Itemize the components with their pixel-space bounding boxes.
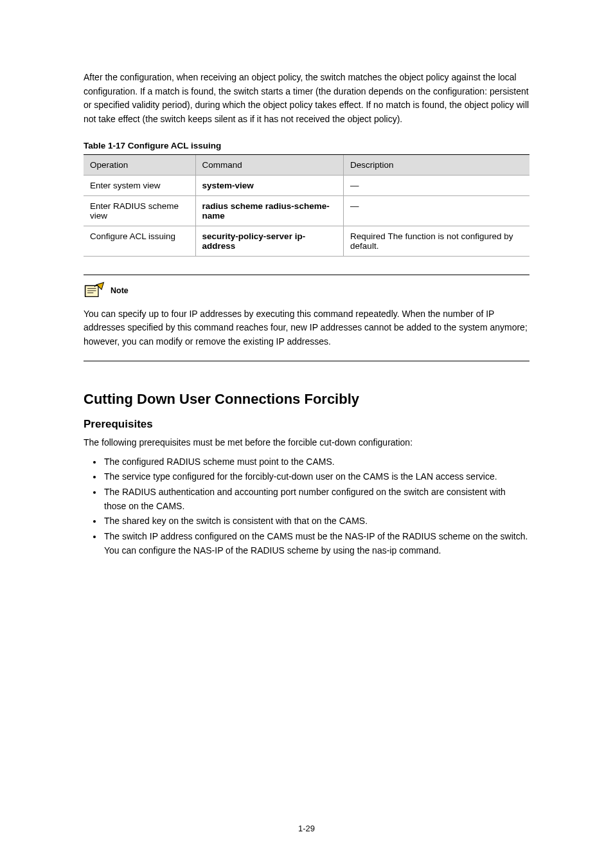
list-item: The shared key on the switch is consiste… — [103, 514, 529, 529]
prereq-list: The configured RADIUS scheme must point … — [103, 455, 529, 558]
intro-paragraph: After the configuration, when receiving … — [84, 71, 529, 127]
table-row: Configure ACL issuing security-policy-se… — [84, 226, 529, 256]
table-header-operation: Operation — [84, 154, 195, 175]
page-number: 1-29 — [0, 824, 613, 833]
command-table: Operation Command Description Enter syst… — [84, 154, 529, 257]
table-row: Enter system view system-view — — [84, 175, 529, 195]
note-text: You can specify up to four IP addresses … — [84, 307, 529, 349]
cell-description: — — [344, 195, 529, 226]
table-header-row: Operation Command Description — [84, 154, 529, 175]
list-item: The switch IP address configured on the … — [103, 530, 529, 557]
cell-command: security-policy-server ip-address — [195, 226, 344, 256]
page-container: After the configuration, when receiving … — [0, 0, 613, 868]
cell-operation: Configure ACL issuing — [84, 226, 195, 256]
list-item: The configured RADIUS scheme must point … — [103, 455, 529, 469]
section-heading: Cutting Down User Connections Forcibly — [84, 391, 529, 408]
cell-description: Required The function is not configured … — [344, 226, 529, 256]
table-title: Table 1-17 Configure ACL issuing — [84, 141, 529, 150]
table-header-command: Command — [195, 154, 344, 175]
list-item: The service type configured for the forc… — [103, 470, 529, 484]
cell-description: — — [344, 175, 529, 195]
cell-operation: Enter RADIUS scheme view — [84, 195, 195, 226]
list-item: The RADIUS authentication and accounting… — [103, 485, 529, 513]
note-label: Note — [111, 286, 129, 295]
table-row: Enter RADIUS scheme view radius scheme r… — [84, 195, 529, 226]
prereq-intro: The following prerequisites must be met … — [84, 436, 529, 450]
cell-command: system-view — [195, 175, 344, 195]
table-header-description: Description — [344, 154, 529, 175]
subsection-heading: Prerequisites — [84, 418, 529, 431]
note-icon — [84, 282, 105, 300]
note-header: Note — [84, 282, 529, 300]
cell-operation: Enter system view — [84, 175, 195, 195]
note-block: Note You can specify up to four IP addre… — [84, 275, 529, 361]
cell-command: radius scheme radius-scheme-name — [195, 195, 344, 226]
